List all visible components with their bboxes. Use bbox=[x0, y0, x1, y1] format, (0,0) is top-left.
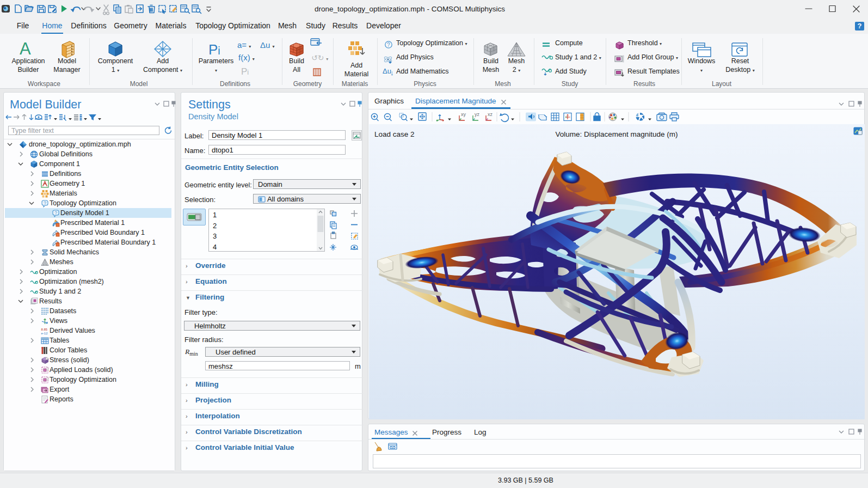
svg-text:yz: yz bbox=[475, 112, 480, 117]
svg-text:8.85: 8.85 bbox=[41, 327, 48, 331]
svg-text:?: ? bbox=[54, 210, 57, 215]
svg-text:xy: xy bbox=[461, 112, 466, 117]
svg-text:?: ? bbox=[44, 200, 46, 205]
svg-text:?: ? bbox=[387, 42, 390, 48]
svg-text:xz: xz bbox=[488, 112, 493, 117]
svg-text:e-12: e-12 bbox=[41, 331, 48, 334]
